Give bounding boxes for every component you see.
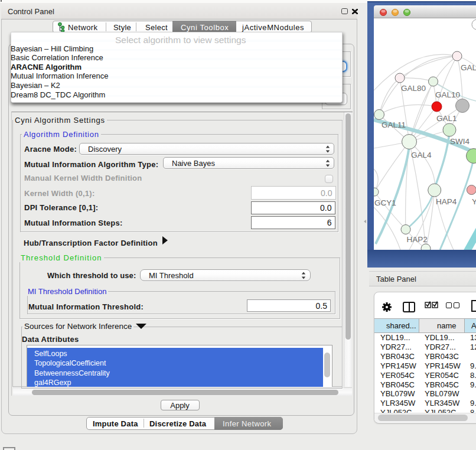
svg-text:YMR: YMR	[472, 197, 476, 206]
svg-text:GAL80: GAL80	[401, 84, 426, 93]
svg-text:GAL4: GAL4	[411, 151, 432, 159]
svg-text:GAL11: GAL11	[382, 120, 406, 129]
svg-text:HAP4: HAP4	[436, 197, 457, 206]
svg-text:GCY1: GCY1	[374, 198, 396, 207]
svg-text:GAL1: GAL1	[436, 114, 457, 123]
svg-text:HAP2: HAP2	[407, 235, 428, 244]
svg-text:GAL7: GAL7	[461, 63, 476, 72]
svg-text:GAL10: GAL10	[435, 90, 460, 99]
svg-text:SWI4: SWI4	[450, 137, 470, 146]
